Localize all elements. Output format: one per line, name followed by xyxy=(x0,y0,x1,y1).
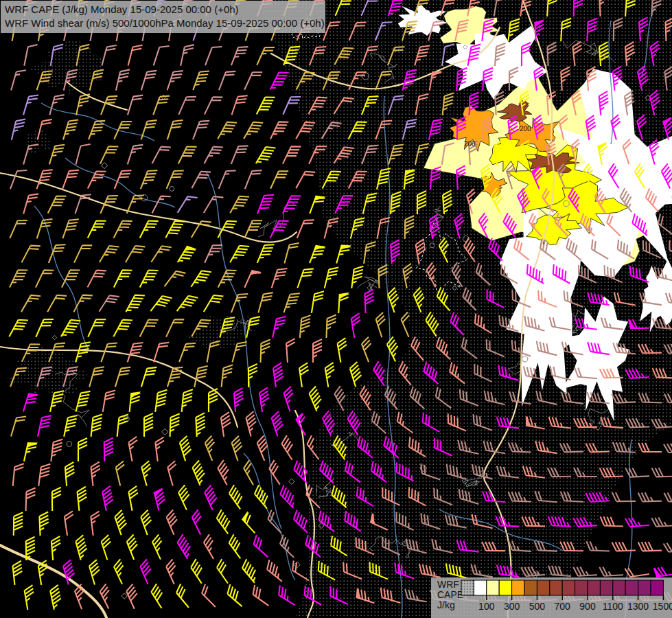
svg-text:1300: 1300 xyxy=(627,601,649,612)
svg-text:500: 500 xyxy=(529,601,546,612)
title-line-1: WRF CAPE (J/kg) Monday 15-09-2025 00:00 … xyxy=(5,3,320,16)
svg-text:1100: 1100 xyxy=(603,601,623,612)
svg-text:900: 900 xyxy=(579,601,596,612)
cape-colorbar: 100300500700900110013001500 xyxy=(431,577,672,618)
title-line-2: WRF Wind shear (m/s) 500/1000hPa Monday … xyxy=(5,16,320,30)
svg-text:100: 100 xyxy=(478,601,495,612)
svg-text:300: 300 xyxy=(504,601,520,612)
svg-text:200: 200 xyxy=(464,140,476,148)
svg-text:200: 200 xyxy=(520,125,531,133)
svg-text:1500: 1500 xyxy=(653,601,672,612)
title-overlay: WRF CAPE (J/kg) Monday 15-09-2025 00:00 … xyxy=(1,1,325,33)
wrf-map-frame: 200200 WRF CAPE (J/kg) Monday 15-09-2025… xyxy=(0,0,672,618)
svg-text:700: 700 xyxy=(555,601,571,612)
map-canvas: 200200 xyxy=(0,0,672,618)
cape-legend: WRF CAPE J/kg 10030050070090011001300150… xyxy=(431,577,672,618)
